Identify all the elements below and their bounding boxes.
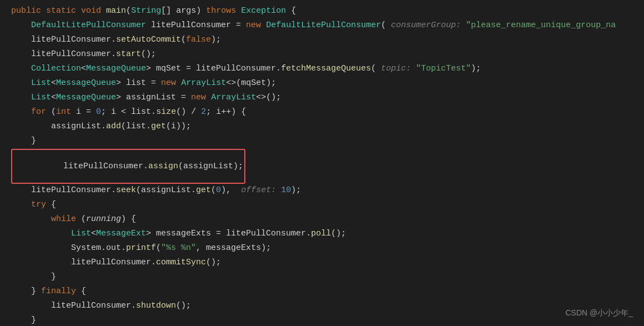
token: [11, 77, 31, 89]
token: [11, 227, 71, 240]
token: MessageExt: [96, 227, 146, 240]
code-line-12: litePullConsumer.seek(assignList.get(0),…: [0, 184, 644, 198]
token: void: [81, 4, 101, 17]
token: commitSync: [156, 256, 206, 269]
token: throws: [206, 4, 236, 17]
token: (list.: [121, 120, 151, 133]
token: "TopicTest": [416, 62, 471, 75]
token: running: [86, 213, 121, 225]
token: List: [31, 91, 51, 104]
watermark: CSDN @小小少年_: [565, 307, 633, 319]
token: try: [31, 198, 46, 211]
token: [276, 184, 281, 197]
token: ArrayList: [181, 77, 226, 89]
token: "please_rename_unique_group_na: [466, 19, 616, 32]
code-line-6: List<MessageQueue> list = new ArrayList<…: [0, 77, 644, 91]
token: <: [51, 77, 56, 89]
token: .: [121, 242, 126, 254]
code-line-7: List<MessageQueue> assignList = new Arra…: [0, 91, 644, 106]
token: [11, 19, 31, 32]
token: new: [191, 91, 206, 104]
token: consumerGroup:: [391, 19, 461, 32]
token: ();: [141, 48, 156, 61]
code-editor: public static void main(String[] args) t…: [0, 0, 644, 326]
token: }: [11, 285, 41, 298]
token: new: [246, 19, 261, 32]
token: List: [71, 227, 91, 240]
code-line-4: litePullConsumer.start();: [0, 48, 644, 62]
token: }: [11, 134, 36, 147]
token: );: [291, 184, 301, 197]
token: [41, 4, 46, 17]
token: litePullConsumer.: [43, 162, 148, 171]
token: DefaultLitePullConsumer: [31, 19, 146, 32]
token: assign: [148, 162, 178, 171]
token: add: [106, 120, 121, 133]
token: i =: [71, 106, 96, 118]
token: seek: [116, 184, 136, 197]
token: [11, 213, 51, 225]
token: {: [76, 285, 86, 298]
token: > messageExts = litePullConsumer.: [146, 227, 311, 240]
token: false: [186, 33, 211, 46]
token: > list =: [116, 77, 161, 89]
token: size: [156, 106, 176, 118]
token: List: [31, 77, 51, 89]
code-line-17: litePullConsumer.commitSync();: [0, 256, 644, 270]
token: main: [106, 4, 126, 17]
token: finally: [41, 285, 76, 298]
token: System.: [11, 242, 106, 254]
token: MessageQueue: [56, 77, 116, 89]
token: }: [11, 314, 36, 327]
token: [176, 77, 181, 89]
token: Exception: [241, 4, 286, 17]
token: [76, 4, 81, 17]
code-line-19: } finally {: [0, 285, 644, 299]
token: while: [51, 213, 76, 225]
token: start: [116, 48, 141, 61]
token: <: [91, 227, 96, 240]
token: ();: [206, 256, 221, 269]
token: (: [46, 106, 56, 118]
highlighted-code-box: litePullConsumer.assign(assignList);: [11, 149, 245, 184]
token: [11, 62, 31, 75]
token: new: [161, 77, 176, 89]
token: litePullConsumer.: [11, 256, 156, 269]
token: get: [196, 184, 211, 197]
code-line-3: litePullConsumer.setAutoCommit(false);: [0, 33, 644, 48]
token: <>();: [256, 91, 281, 104]
token: int: [56, 106, 71, 118]
token: litePullConsumer.: [11, 33, 116, 46]
token: String: [131, 4, 161, 17]
token: get: [151, 120, 166, 133]
code-line-11: litePullConsumer.assign(assignList);: [0, 149, 644, 184]
token: fetchMessageQueues: [281, 62, 371, 75]
token: (: [371, 62, 381, 75]
token: offset:: [241, 184, 276, 197]
code-line-14: while (running) {: [0, 213, 644, 227]
token: 0: [216, 184, 221, 197]
code-line-13: try {: [0, 198, 644, 213]
token: MessageQueue: [86, 62, 146, 75]
token: [411, 62, 416, 75]
token: (assignList);: [178, 162, 243, 171]
code-line-15: List<MessageExt> messageExts = litePullC…: [0, 227, 644, 242]
token: > mqSet = litePullConsumer.: [146, 62, 281, 75]
token: (: [381, 19, 391, 32]
token: }: [11, 270, 56, 283]
token: [206, 91, 211, 104]
token: litePullConsumer.: [11, 184, 116, 197]
token: [11, 91, 31, 104]
token: [11, 198, 31, 211]
code-line-8: for (int i = 0; i < list.size() / 2; i++…: [0, 106, 644, 120]
token: , messageExts);: [196, 242, 271, 254]
token: [] args): [161, 4, 206, 17]
token: 2: [201, 106, 206, 118]
token: MessageQueue: [56, 91, 116, 104]
token: [101, 4, 106, 17]
code-line-9: assignList.add(list.get(i));: [0, 120, 644, 134]
token: ; i < list.: [101, 106, 156, 118]
token: (: [126, 4, 131, 17]
token: <: [51, 91, 56, 104]
token: shutdown: [136, 299, 176, 312]
